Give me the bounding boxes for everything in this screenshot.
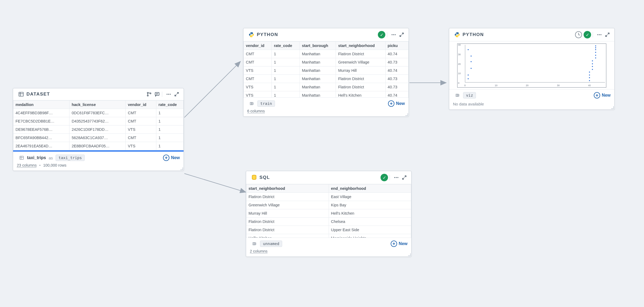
new-button[interactable]: + New xyxy=(594,92,611,99)
branch-icon[interactable] xyxy=(146,91,152,97)
table-cell: VTS xyxy=(126,142,156,150)
cell-name-chip[interactable]: viz xyxy=(463,92,476,99)
more-icon[interactable] xyxy=(393,174,399,181)
col-header[interactable]: rate_code xyxy=(271,42,300,50)
new-button[interactable]: + New xyxy=(163,155,180,161)
table-cell: Morningside Heights xyxy=(329,234,411,238)
table-cell: Flatiron District xyxy=(246,193,329,201)
node-title: SQL xyxy=(259,175,270,180)
svg-point-6 xyxy=(147,92,148,93)
svg-rect-15 xyxy=(20,156,24,159)
separator xyxy=(387,32,387,37)
svg-rect-3 xyxy=(19,92,24,96)
comment-icon[interactable] xyxy=(154,91,160,97)
python-train-table: vendor_id rate_code start_borough start_… xyxy=(243,41,409,97)
svg-point-13 xyxy=(168,94,169,95)
plus-icon: + xyxy=(388,100,394,107)
resize-handle[interactable] xyxy=(610,105,614,109)
col-header[interactable]: vendor_id xyxy=(244,42,272,50)
new-button[interactable]: + New xyxy=(388,100,405,107)
table-cell: Manhattan xyxy=(300,83,336,91)
table-cell: 1 xyxy=(156,125,184,134)
python-train-node[interactable]: PYTHON ✓ vendor_id rate_code start_borou… xyxy=(243,28,409,117)
col-header[interactable]: start_neighborhood xyxy=(336,42,385,50)
col-header[interactable]: medallion xyxy=(13,101,69,109)
table-cell: Hell's Kitchen xyxy=(329,209,411,218)
more-icon[interactable] xyxy=(596,32,603,38)
svg-point-20 xyxy=(395,34,395,35)
expand-icon[interactable] xyxy=(173,91,180,97)
sql-node[interactable]: SQL ✓ start_neighborhood end_neighborhoo… xyxy=(246,171,412,257)
resize-handle[interactable] xyxy=(179,166,183,170)
cell-name-chip[interactable]: train xyxy=(257,100,275,107)
dataset-alias-chip[interactable]: taxi_trips xyxy=(56,155,85,161)
table-row: BFC65FA90BB442…5628A63C1CA937…CMT1 xyxy=(13,134,184,142)
col-header[interactable]: start_neighborhood xyxy=(246,184,329,193)
table-cell: CMT xyxy=(126,109,156,117)
expand-icon[interactable] xyxy=(604,32,611,38)
svg-point-27 xyxy=(397,177,398,178)
col-header[interactable]: vendor_id xyxy=(126,101,156,109)
node-title: DATASET xyxy=(26,92,50,97)
table-cell: 5628A63C1CA937… xyxy=(69,134,126,142)
table-row: Flatiron DistrictUpper East Side xyxy=(246,226,411,234)
cell-name-chip[interactable]: unnamed xyxy=(260,241,282,247)
table-cell: Upper East Side xyxy=(329,226,411,234)
table-cell: 40.73 xyxy=(385,75,408,83)
col-header[interactable]: rate_code xyxy=(156,101,184,109)
svg-rect-29 xyxy=(254,243,255,245)
col-header[interactable]: hack_license xyxy=(69,101,126,109)
table-row: DE9678EEAF576B…2426C1D0F178DD…VTS1 xyxy=(13,125,184,134)
table-cell: CMT xyxy=(244,58,272,66)
python-train-header: PYTHON ✓ xyxy=(243,28,409,41)
rename-icon[interactable] xyxy=(455,92,461,99)
table-cell: 1 xyxy=(271,66,300,75)
table-cell: 1 xyxy=(156,142,184,150)
svg-point-19 xyxy=(393,34,394,35)
new-label: New xyxy=(602,93,611,98)
expand-icon[interactable] xyxy=(401,174,408,181)
table-row: CMT1ManhattanFlatiron District40.73 xyxy=(244,75,409,83)
new-label: New xyxy=(396,101,405,106)
rename-icon[interactable] xyxy=(251,241,258,247)
svg-point-7 xyxy=(147,95,148,96)
more-icon[interactable] xyxy=(390,32,397,38)
python-icon xyxy=(248,32,255,38)
col-header[interactable]: start_borough xyxy=(300,42,336,50)
table-cell: Manhattan xyxy=(300,66,336,75)
chart-preview: 010203040010203040 xyxy=(449,41,614,89)
col-header[interactable]: end_neighborhood xyxy=(329,184,411,193)
node-title: PYTHON xyxy=(463,32,484,37)
separator xyxy=(593,32,593,37)
columns-count[interactable]: 6 columns xyxy=(247,109,405,113)
python-icon xyxy=(454,32,460,38)
table-cell: Flatiron District xyxy=(336,75,385,83)
svg-rect-28 xyxy=(253,243,254,245)
table-cell: 1 xyxy=(156,134,184,142)
columns-count[interactable]: 23 columns xyxy=(17,163,37,167)
svg-point-32 xyxy=(599,34,600,35)
resize-handle[interactable] xyxy=(404,112,408,116)
expand-icon[interactable] xyxy=(398,32,405,38)
python-viz-node[interactable]: PYTHON ✓ 010203040010203040 xyxy=(449,28,615,110)
table-icon xyxy=(18,91,24,97)
table-cell: 1 xyxy=(271,58,300,66)
table-cell: 2E8B0FCBAADF05… xyxy=(69,142,126,150)
table-cell: Manhattan xyxy=(300,91,336,98)
dataset-node[interactable]: DATASET xyxy=(13,88,184,171)
dataset-table: medallion hack_license vendor_id rate_co… xyxy=(13,100,184,150)
table-cell: Manhattan xyxy=(300,50,336,58)
col-header[interactable]: picku xyxy=(385,42,408,50)
svg-point-12 xyxy=(167,94,168,95)
resize-handle[interactable] xyxy=(407,252,411,256)
table-cell: 1 xyxy=(271,75,300,83)
rename-icon[interactable] xyxy=(249,100,255,107)
table-row: Murray HillHell's Kitchen xyxy=(246,209,411,218)
new-button[interactable]: + New xyxy=(391,241,408,247)
table-cell: FE7CBC5D2DBB1E… xyxy=(13,117,69,125)
columns-count[interactable]: 2 columns xyxy=(250,249,408,253)
more-icon[interactable] xyxy=(165,91,172,97)
table-cell: 2426C1D0F178DD… xyxy=(69,125,126,134)
table-cell: 40.73 xyxy=(385,58,408,66)
table-cell: 2EA46791EA5E4D… xyxy=(13,142,69,150)
